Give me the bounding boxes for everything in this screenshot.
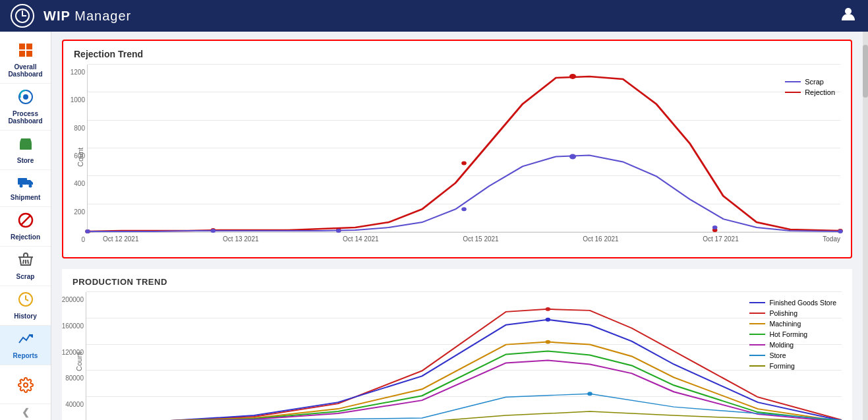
- legend-hot-forming: Hot Forming: [749, 330, 836, 338]
- rejection-x-labels: Oct 12 2021 Oct 13 2021 Oct 14 2021 Oct …: [103, 233, 840, 243]
- svg-point-11: [28, 185, 32, 188]
- production-svg: [86, 292, 842, 420]
- y-tick-200: 200: [74, 208, 85, 215]
- svg-point-6: [24, 95, 28, 99]
- sidebar-item-collapse[interactable]: ❮: [0, 404, 51, 420]
- reports-icon: [18, 331, 34, 351]
- legend-rejection: Rejection: [785, 88, 835, 96]
- x-label-4: Oct 16 2021: [583, 235, 618, 243]
- sidebar-item-process-dashboard[interactable]: ProcessDashboard: [0, 84, 51, 131]
- y-tick-800: 800: [74, 124, 85, 131]
- svg-rect-3: [26, 44, 32, 49]
- overall-dashboard-icon: [18, 42, 34, 62]
- svg-line-16: [28, 260, 28, 264]
- x-label-0: Oct 12 2021: [103, 235, 138, 243]
- rejection-legend: Scrap Rejection: [785, 78, 835, 96]
- legend-scrap-label: Scrap: [805, 78, 824, 86]
- sidebar-item-reports[interactable]: Reports: [0, 326, 51, 365]
- legend-form-label: Forming: [769, 362, 795, 370]
- svg-point-23: [569, 74, 576, 79]
- legend-pol-label: Polishing: [769, 309, 797, 317]
- collapse-icon: ❮: [22, 407, 30, 417]
- process-dashboard-icon: [18, 89, 34, 109]
- sidebar: OverallDashboard ProcessDashboard St: [0, 32, 51, 420]
- svg-point-34: [546, 318, 551, 322]
- app-header: WIP Manager: [0, 0, 868, 32]
- app-title: WIP Manager: [43, 9, 839, 24]
- sidebar-item-overall-dashboard[interactable]: OverallDashboard: [0, 37, 51, 84]
- y-tick-400: 400: [74, 180, 85, 187]
- y-tick-1000: 1000: [71, 96, 85, 104]
- scrollbar-track[interactable]: [863, 32, 868, 420]
- svg-point-33: [546, 307, 551, 311]
- sidebar-item-shipment[interactable]: Shipment: [0, 170, 51, 207]
- rejection-chart-area: Count 0 200 400 600: [74, 65, 840, 249]
- svg-point-27: [211, 229, 216, 233]
- svg-point-35: [546, 340, 551, 344]
- rejection-icon: [18, 212, 34, 232]
- main-content: Rejection Trend Count 0 200 400: [51, 32, 863, 420]
- history-icon: [18, 291, 34, 311]
- svg-rect-4: [19, 51, 25, 57]
- rejection-svg: [88, 65, 840, 232]
- rejection-chart-inner: 0 200 400 600 800: [87, 65, 840, 233]
- x-label-1: Oct 13 2021: [223, 235, 258, 243]
- legend-molding: Molding: [749, 341, 836, 349]
- shipment-icon: [17, 175, 34, 193]
- x-label-5: Oct 17 2021: [703, 235, 738, 243]
- svg-point-36: [587, 392, 593, 396]
- legend-rejection-line: [785, 92, 801, 93]
- svg-rect-5: [26, 51, 32, 57]
- scrollbar-thumb[interactable]: [863, 45, 868, 98]
- sidebar-item-scrap[interactable]: Scrap: [0, 247, 51, 286]
- svg-point-1: [845, 8, 852, 15]
- legend-hf-line: [749, 334, 765, 335]
- y-tick-0: 0: [81, 236, 85, 243]
- legend-forming: Forming: [749, 362, 836, 370]
- x-label-2: Oct 14 2021: [343, 235, 378, 243]
- svg-rect-9: [18, 178, 27, 185]
- production-legend: Finished Goods Store Polishing Machining: [749, 299, 836, 370]
- svg-rect-2: [19, 44, 25, 49]
- svg-point-29: [461, 207, 467, 211]
- x-label-3: Oct 15 2021: [463, 235, 498, 243]
- y-tick-1200: 1200: [71, 69, 85, 76]
- legend-scrap: Scrap: [785, 78, 835, 86]
- y-tick-600: 600: [74, 152, 85, 160]
- svg-point-18: [24, 383, 28, 387]
- sidebar-item-rejection[interactable]: Rejection: [0, 207, 51, 247]
- svg-point-22: [461, 161, 467, 165]
- legend-rejection-label: Rejection: [805, 88, 835, 96]
- prod-y-tick-80k: 80000: [65, 375, 84, 382]
- scrap-icon: [18, 252, 34, 272]
- sidebar-label-process: ProcessDashboard: [8, 110, 42, 125]
- sidebar-label-reports: Reports: [13, 352, 38, 359]
- production-chart-title: PRODUCTION TREND: [72, 277, 842, 287]
- legend-store: Store: [749, 351, 836, 359]
- production-chart-area: Count 40000 80000 1: [72, 292, 842, 420]
- store-icon: [18, 136, 34, 156]
- legend-mach-line: [749, 323, 765, 324]
- sidebar-label-store: Store: [17, 157, 34, 164]
- svg-point-28: [336, 229, 341, 233]
- legend-scrap-line: [785, 81, 801, 82]
- user-icon[interactable]: [839, 5, 857, 27]
- sidebar-item-store[interactable]: Store: [0, 131, 51, 170]
- legend-hf-label: Hot Forming: [769, 330, 807, 338]
- sidebar-item-history[interactable]: History: [0, 286, 51, 326]
- rejection-chart-title: Rejection Trend: [74, 49, 840, 59]
- svg-line-13: [20, 216, 30, 225]
- legend-fg-line: [749, 302, 765, 303]
- svg-point-30: [569, 154, 576, 159]
- legend-fg-label: Finished Goods Store: [769, 299, 836, 307]
- legend-polishing: Polishing: [749, 309, 836, 317]
- production-chart-inner: 40000 80000 120000 160000 200000: [86, 292, 842, 420]
- sidebar-item-settings[interactable]: [0, 372, 51, 404]
- legend-pol-line: [749, 313, 765, 314]
- svg-point-10: [19, 185, 22, 188]
- production-chart-box: PRODUCTION TREND Count 40000 80000: [62, 269, 852, 420]
- sidebar-label-shipment: Shipment: [11, 194, 41, 201]
- prod-y-tick-200k: 200000: [62, 296, 84, 303]
- svg-rect-8: [24, 145, 28, 150]
- legend-finished-goods: Finished Goods Store: [749, 299, 836, 307]
